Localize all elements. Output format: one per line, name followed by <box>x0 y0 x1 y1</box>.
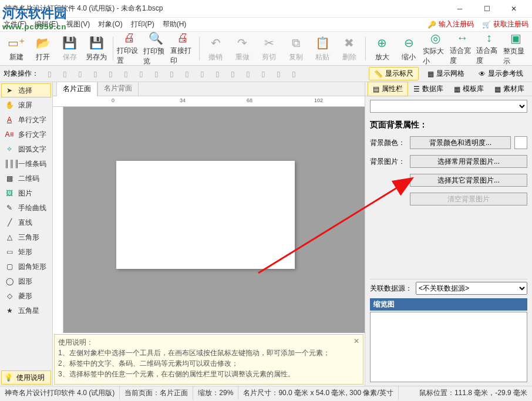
zoomout-button[interactable]: ⊖缩小 <box>396 33 422 64</box>
canvas[interactable] <box>63 107 365 333</box>
menu-edit[interactable]: 编辑(E) <box>35 19 58 29</box>
tab-props[interactable]: ▤属性栏 <box>368 82 408 96</box>
bg-color-swatch[interactable] <box>514 136 527 149</box>
tool-qrcode[interactable]: ▩二维码 <box>1 171 51 186</box>
zoomout-icon: ⊖ <box>404 35 414 51</box>
card-tabs: 名片正面 名片背面 <box>53 82 365 96</box>
enter-reg-link[interactable]: 🔑输入注册码 <box>427 19 474 29</box>
tool-barcode[interactable]: ║║║一维条码 <box>1 157 51 171</box>
tool-help-button[interactable]: 💡使用说明 <box>1 370 51 385</box>
tool-diamond[interactable]: ◇菱形 <box>1 289 51 303</box>
thumbnail-header: 缩览图 <box>370 298 527 311</box>
save-button[interactable]: 💾保存 <box>57 33 82 64</box>
bring-front-icon[interactable]: ▯ <box>195 68 209 80</box>
ungroup-icon[interactable]: ▯ <box>241 68 255 80</box>
cut-button[interactable]: ✂剪切 <box>257 33 282 64</box>
bg-image-common-button[interactable]: 选择常用背景图片... <box>410 155 527 168</box>
menu-view[interactable]: 视图(V) <box>66 19 90 29</box>
bg-image-other-button[interactable]: 选择其它背景图片... <box>410 174 527 187</box>
card-page[interactable] <box>116 161 295 269</box>
print-button[interactable]: 🖨直接打印 <box>170 33 196 64</box>
align-middle-icon[interactable]: ▯ <box>103 68 117 80</box>
bg-section-title: 页面背景属性： <box>370 116 527 132</box>
object-select[interactable] <box>370 100 527 113</box>
new-button[interactable]: ▭⁺新建 <box>4 33 29 64</box>
align-center-icon[interactable]: ▯ <box>58 68 72 80</box>
status-app: 神奇名片设计打印软件 4.0 (试用版) <box>0 386 120 400</box>
ds-select[interactable]: <不关联数据源> <box>416 282 527 295</box>
copy-button[interactable]: ⧉复制 <box>283 33 308 64</box>
maximize-button[interactable]: ☐ <box>473 0 500 18</box>
tool-image[interactable]: 🖼图片 <box>1 186 51 200</box>
open-button[interactable]: 📂打开 <box>30 33 55 64</box>
menu-file[interactable]: 文件(F) <box>4 19 26 29</box>
flip-h-icon[interactable]: ▯ <box>271 68 285 80</box>
tool-text-arc[interactable]: ✧圆弧文字 <box>1 142 51 156</box>
same-height-icon[interactable]: ▯ <box>180 68 194 80</box>
status-page: 当前页面：名片正面 <box>120 386 193 400</box>
menu-help[interactable]: 帮助(H) <box>163 19 187 29</box>
distribute-h-icon[interactable]: ▯ <box>134 68 148 80</box>
fitw-button[interactable]: ↔适合宽度 <box>450 33 475 64</box>
show-grid-toggle[interactable]: ▦显示网格 <box>422 67 470 80</box>
printset-button[interactable]: 🖨打印设置 <box>117 33 142 64</box>
align-left-icon[interactable]: ▯ <box>42 68 56 80</box>
flip-v-icon[interactable]: ▯ <box>287 68 301 80</box>
tool-freehand[interactable]: ✎手绘曲线 <box>1 201 51 215</box>
tab-back[interactable]: 名片背面 <box>97 82 139 96</box>
menu-object[interactable]: 对象(O) <box>98 19 122 29</box>
paste-button[interactable]: 📋粘贴 <box>310 33 335 64</box>
delete-button[interactable]: ✖删除 <box>336 33 362 64</box>
group-icon[interactable]: ▯ <box>225 68 240 80</box>
help-box: ✕ 使用说明： 1、左侧对象栏中选择一个工具后，在画布区域按住鼠标左键拖动，即可… <box>54 334 363 385</box>
distribute-v-icon[interactable]: ▯ <box>149 68 163 80</box>
fith-button[interactable]: ↕适合高度 <box>476 33 501 64</box>
minimize-button[interactable]: ─ <box>446 0 473 18</box>
right-panel: ▤属性栏 ☰数据库 ▦模板库 ▦素材库 页面背景属性： 背景颜色： 背景颜色和透… <box>365 82 532 386</box>
tool-triangle[interactable]: △三角形 <box>1 230 51 244</box>
get-reg-link[interactable]: 🛒获取注册码 <box>482 19 528 29</box>
zoomin-icon: ⊕ <box>377 35 387 51</box>
lock-icon[interactable]: ▯ <box>256 68 270 80</box>
menu-print[interactable]: 打印(P) <box>131 19 154 29</box>
tab-templates[interactable]: ▦模板库 <box>449 82 489 96</box>
redo-button[interactable]: ↷重做 <box>230 33 255 64</box>
undo-button[interactable]: ↶撤销 <box>203 33 228 64</box>
tool-rect[interactable]: ▭矩形 <box>1 245 51 259</box>
tool-text-single[interactable]: A单行文字 <box>1 113 51 127</box>
undo-icon: ↶ <box>211 35 221 51</box>
tool-star[interactable]: ★五角星 <box>1 304 51 318</box>
fitpage-button[interactable]: ▣整页显示 <box>503 33 528 64</box>
help-line-3: 3、选择标签中的任意一个元素，在右侧的属性栏里可以调整该元素的属性。 <box>58 369 357 379</box>
center-panel: 名片正面 名片背面 0 34 68 102 ✕ 使用说明： 1、左侧对象栏中选择… <box>53 82 365 386</box>
barcode-icon: ║║║ <box>4 160 15 168</box>
bg-color-button[interactable]: 背景颜色和透明度... <box>410 136 511 149</box>
preview-button[interactable]: 🔍打印预览 <box>143 33 169 64</box>
tool-pan[interactable]: ✋滚屏 <box>1 98 51 112</box>
tab-front[interactable]: 名片正面 <box>56 82 97 96</box>
diamond-icon: ◇ <box>4 292 15 300</box>
align-top-icon[interactable]: ▯ <box>88 68 102 80</box>
tab-database[interactable]: ☰数据库 <box>408 82 449 96</box>
align-bottom-icon[interactable]: ▯ <box>119 68 133 80</box>
actual-button[interactable]: ◎实际大小 <box>423 33 448 64</box>
menubar: 文件(F) 编辑(E) 视图(V) 对象(O) 打印(P) 帮助(H) 🔑输入注… <box>0 18 532 32</box>
tab-assets[interactable]: ▦素材库 <box>489 82 530 96</box>
show-ruler-toggle[interactable]: 📏显示标尺 <box>369 67 419 80</box>
bg-color-label: 背景颜色： <box>370 138 406 148</box>
align-right-icon[interactable]: ▯ <box>73 68 87 80</box>
send-back-icon[interactable]: ▯ <box>210 68 224 80</box>
saveas-button[interactable]: 💾另存为 <box>83 33 109 64</box>
tool-select[interactable]: ➤选择 <box>1 83 51 97</box>
zoomin-button[interactable]: ⊕放大 <box>369 33 395 64</box>
show-guides-toggle[interactable]: 👁显示参考线 <box>473 67 528 80</box>
tool-line[interactable]: ╱直线 <box>1 215 51 230</box>
close-button[interactable]: ✕ <box>500 0 527 18</box>
help-close-icon[interactable]: ✕ <box>353 336 359 346</box>
tool-ellipse[interactable]: ◯圆形 <box>1 274 51 288</box>
tool-text-multi[interactable]: A≡多行文字 <box>1 127 51 141</box>
bg-clear-button[interactable]: 清空背景图片 <box>410 193 527 205</box>
same-width-icon[interactable]: ▯ <box>164 68 179 80</box>
tool-roundrect[interactable]: ▢圆角矩形 <box>1 260 51 274</box>
tool-panel: ➤选择 ✋滚屏 A单行文字 A≡多行文字 ✧圆弧文字 ║║║一维条码 ▩二维码 … <box>0 82 53 386</box>
